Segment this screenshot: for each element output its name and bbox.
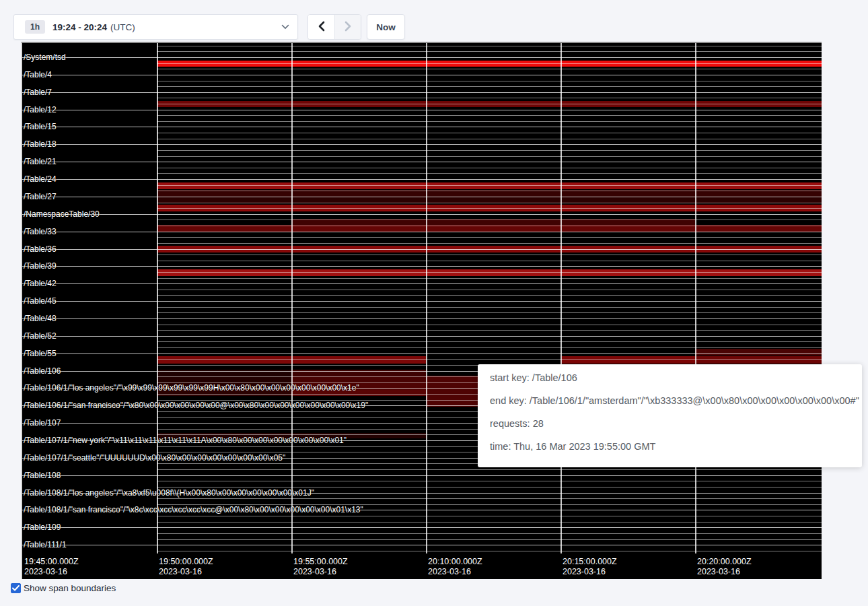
time-axis-tick: 20:10:00.000Z2023-03-16 (428, 557, 482, 577)
span-boundary-line (22, 75, 822, 75)
key-span-label: /Table/108/1/"san francisco"/"\x8c\xcc\x… (24, 506, 363, 514)
subrow-grid-line (157, 539, 822, 540)
span-boundary-line (22, 110, 822, 110)
span-boundary-line (22, 266, 822, 267)
key-span-label: /Table/4 (24, 71, 52, 79)
subrow-grid-line (157, 81, 822, 81)
subrow-grid-line (157, 69, 822, 69)
timezone-label: (UTC) (110, 22, 135, 32)
time-range-label: 19:24 - 20:24 (52, 22, 107, 32)
time-bucket-grid-line (291, 43, 293, 553)
key-span-label: /Table/106 (24, 367, 61, 375)
span-boundary-line (22, 92, 822, 93)
footer: Show span boundaries (11, 583, 116, 593)
show-span-boundaries-checkbox[interactable] (11, 583, 21, 593)
key-span-label: /Table/106/1/"san francisco"/"\x80\x00\x… (24, 401, 368, 409)
span-boundary-line (22, 545, 822, 545)
span-boundary-line (22, 144, 822, 145)
key-span-label: /Table/24 (24, 175, 57, 183)
subrow-grid-line (157, 487, 822, 487)
key-span-label: /Table/107/1/"new york"/"\x11\x11\x11\x1… (24, 436, 347, 444)
subrow-grid-line (157, 522, 822, 523)
span-boundary-line (22, 527, 822, 528)
chevron-left-icon (318, 21, 325, 34)
subrow-grid-line (157, 307, 822, 308)
subrow-grid-line (157, 278, 822, 279)
time-window-select[interactable]: 1h 19:24 - 20:24 (UTC) (13, 14, 298, 40)
subrow-grid-line (157, 243, 822, 244)
subrow-grid-line (157, 220, 822, 220)
heatmap-hot-band (426, 376, 478, 407)
subrow-grid-line (157, 139, 822, 139)
key-span-label: /Table/33 (24, 228, 57, 236)
span-boundary-line (22, 127, 822, 127)
key-span-label: /Table/42 (24, 279, 57, 288)
prev-window-button[interactable] (308, 15, 334, 39)
span-boundary-line (22, 336, 822, 337)
subrow-grid-line (157, 516, 822, 516)
subrow-grid-line (157, 325, 822, 325)
key-span-label: /Table/111/1 (24, 541, 67, 549)
tooltip-start-key: start key: /Table/106 (490, 373, 850, 383)
span-boundary-line (22, 232, 822, 232)
tooltip-time: time: Thu, 16 Mar 2023 19:55:00 GMT (490, 442, 850, 452)
span-boundary-line (22, 283, 822, 284)
key-span-label: /Table/48 (24, 314, 57, 323)
subrow-grid-line (157, 551, 822, 551)
subrow-grid-line (157, 150, 822, 151)
next-window-button[interactable] (334, 15, 361, 39)
subrow-grid-line (157, 51, 822, 52)
key-span-label: /NamespaceTable/30 (24, 210, 100, 218)
key-span-label: /Table/107 (24, 419, 61, 427)
subrow-grid-line (157, 208, 822, 209)
subrow-grid-line (157, 481, 822, 481)
subrow-grid-line (157, 312, 822, 313)
subrow-grid-line (157, 237, 822, 238)
time-axis-tick: 19:50:00.000Z2023-03-16 (159, 557, 213, 577)
span-boundary-line (22, 162, 822, 162)
heatmap-hot-band (695, 356, 822, 364)
heatmap-hot-band (157, 269, 822, 276)
chevron-down-icon (281, 24, 289, 30)
key-span-label: /Table/108 (24, 471, 61, 479)
subrow-grid-line (157, 191, 822, 191)
subrow-grid-line (157, 46, 822, 46)
subrow-grid-line (157, 121, 822, 122)
subrow-grid-line (157, 295, 822, 296)
subrow-grid-line (157, 255, 822, 255)
duration-badge: 1h (25, 20, 45, 34)
key-span-label: /Table/7 (24, 88, 52, 96)
now-button[interactable]: Now (367, 14, 405, 40)
span-boundary-line (22, 57, 822, 58)
key-span-label: /Table/18 (24, 140, 57, 148)
subrow-grid-line (157, 168, 822, 168)
time-bucket-grid-line (426, 43, 427, 553)
key-span-label: /Table/21 (24, 158, 57, 166)
key-span-label: /Table/52 (24, 332, 57, 340)
key-visualizer-heatmap[interactable]: /System/tsd/Table/4/Table/7/Table/12/Tab… (21, 42, 822, 579)
subrow-grid-line (157, 98, 822, 98)
tooltip-requests: requests: 28 (490, 419, 850, 429)
subrow-grid-line (157, 498, 822, 499)
key-span-label: /System/tsd (24, 53, 66, 61)
heatmap-hot-band (560, 356, 695, 364)
tooltip-end-key: end key: /Table/106/1/"amsterdam"/"\xb33… (490, 396, 850, 406)
subrow-grid-line (157, 185, 822, 186)
span-boundary-line (22, 197, 822, 197)
time-bucket-grid-line (157, 43, 158, 553)
key-span-label: /Table/106/1/"los angeles"/"\x99\x99\x99… (24, 384, 359, 392)
subrow-grid-line (157, 469, 822, 470)
key-span-label: /Table/55 (24, 349, 57, 358)
subrow-grid-line (157, 347, 822, 348)
subrow-grid-line (157, 272, 822, 273)
subrow-grid-line (157, 203, 822, 203)
subrow-grid-line (157, 290, 822, 290)
key-span-label: /Table/108/1/"los angeles"/"\xa8\xf5\u00… (24, 489, 314, 497)
span-boundary-line (22, 214, 822, 215)
subrow-grid-line (157, 133, 822, 133)
span-boundary-line (22, 318, 822, 319)
subrow-grid-line (157, 104, 822, 104)
chevron-right-icon (345, 21, 352, 34)
time-axis-tick: 19:45:00.000Z2023-03-16 (24, 557, 79, 577)
heatmap-hot-band (157, 182, 822, 189)
